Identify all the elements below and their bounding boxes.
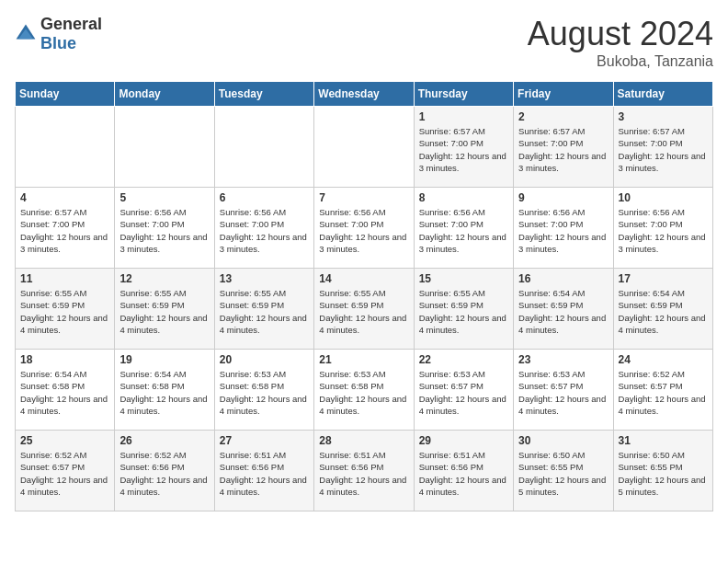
- day-number: 17: [619, 272, 708, 285]
- day-number: 19: [119, 353, 209, 366]
- cell-text: Sunrise: 6:51 AMSunset: 6:56 PMDaylight:…: [220, 450, 307, 497]
- day-number: 12: [119, 272, 209, 285]
- calendar-cell: 23 Sunrise: 6:53 AMSunset: 6:57 PMDaylig…: [514, 350, 613, 431]
- day-number: 27: [220, 434, 309, 447]
- calendar-cell: 1 Sunrise: 6:57 AMSunset: 7:00 PMDayligh…: [414, 107, 513, 188]
- cell-text: Sunrise: 6:54 AMSunset: 6:59 PMDaylight:…: [619, 288, 706, 335]
- cell-text: Sunrise: 6:52 AMSunset: 6:57 PMDaylight:…: [20, 450, 108, 497]
- calendar-cell: 18 Sunrise: 6:54 AMSunset: 6:58 PMDaylig…: [16, 350, 115, 431]
- day-number: 28: [319, 434, 408, 447]
- day-number: 13: [220, 272, 309, 285]
- cell-text: Sunrise: 6:53 AMSunset: 6:58 PMDaylight:…: [319, 369, 406, 416]
- cell-text: Sunrise: 6:56 AMSunset: 7:00 PMDaylight:…: [220, 207, 307, 254]
- calendar-header-row: SundayMondayTuesdayWednesdayThursdayFrid…: [16, 82, 713, 107]
- calendar-cell: 13 Sunrise: 6:55 AMSunset: 6:59 PMDaylig…: [214, 269, 313, 350]
- logo-icon: [15, 23, 37, 45]
- calendar-cell: 22 Sunrise: 6:53 AMSunset: 6:57 PMDaylig…: [414, 350, 513, 431]
- cell-text: Sunrise: 6:50 AMSunset: 6:55 PMDaylight:…: [619, 450, 706, 497]
- day-number: 1: [419, 110, 508, 123]
- cell-text: Sunrise: 6:51 AMSunset: 6:56 PMDaylight:…: [419, 450, 506, 497]
- cell-text: Sunrise: 6:56 AMSunset: 7:00 PMDaylight:…: [419, 207, 506, 254]
- header-monday: Monday: [115, 82, 214, 107]
- calendar-cell: 25 Sunrise: 6:52 AMSunset: 6:57 PMDaylig…: [16, 431, 115, 511]
- calendar-cell: 31 Sunrise: 6:50 AMSunset: 6:55 PMDaylig…: [613, 431, 712, 511]
- cell-text: Sunrise: 6:57 AMSunset: 7:00 PMDaylight:…: [419, 126, 506, 173]
- cell-text: Sunrise: 6:53 AMSunset: 6:57 PMDaylight:…: [419, 369, 506, 416]
- day-number: 18: [20, 353, 109, 366]
- cell-text: Sunrise: 6:51 AMSunset: 6:56 PMDaylight:…: [319, 450, 406, 497]
- header-tuesday: Tuesday: [214, 82, 313, 107]
- calendar-cell: 21 Sunrise: 6:53 AMSunset: 6:58 PMDaylig…: [314, 350, 414, 431]
- subtitle: Bukoba, Tanzania: [528, 53, 713, 70]
- day-number: 30: [518, 434, 608, 447]
- cell-text: Sunrise: 6:53 AMSunset: 6:57 PMDaylight:…: [518, 369, 606, 416]
- calendar-cell: 2 Sunrise: 6:57 AMSunset: 7:00 PMDayligh…: [514, 107, 613, 188]
- calendar-cell: 20 Sunrise: 6:53 AMSunset: 6:58 PMDaylig…: [214, 350, 313, 431]
- logo-text: General Blue: [40, 15, 102, 53]
- day-number: 10: [619, 191, 708, 204]
- day-number: 16: [518, 272, 608, 285]
- calendar-cell: 6 Sunrise: 6:56 AMSunset: 7:00 PMDayligh…: [214, 188, 313, 269]
- calendar-cell: 10 Sunrise: 6:56 AMSunset: 7:00 PMDaylig…: [613, 188, 712, 269]
- cell-text: Sunrise: 6:57 AMSunset: 7:00 PMDaylight:…: [619, 126, 706, 173]
- calendar-cell: 16 Sunrise: 6:54 AMSunset: 6:59 PMDaylig…: [514, 269, 613, 350]
- calendar-cell: 29 Sunrise: 6:51 AMSunset: 6:56 PMDaylig…: [414, 431, 513, 511]
- cell-text: Sunrise: 6:52 AMSunset: 6:57 PMDaylight:…: [619, 369, 706, 416]
- cell-text: Sunrise: 6:56 AMSunset: 7:00 PMDaylight:…: [119, 207, 207, 254]
- calendar-cell: 27 Sunrise: 6:51 AMSunset: 6:56 PMDaylig…: [214, 431, 313, 511]
- calendar-cell: 30 Sunrise: 6:50 AMSunset: 6:55 PMDaylig…: [514, 431, 613, 511]
- day-number: 29: [419, 434, 508, 447]
- week-row-3: 11 Sunrise: 6:55 AMSunset: 6:59 PMDaylig…: [16, 269, 713, 350]
- cell-text: Sunrise: 6:55 AMSunset: 6:59 PMDaylight:…: [119, 288, 207, 335]
- cell-text: Sunrise: 6:55 AMSunset: 6:59 PMDaylight:…: [220, 288, 307, 335]
- day-number: 23: [518, 353, 608, 366]
- day-number: 7: [319, 191, 408, 204]
- day-number: 5: [119, 191, 209, 204]
- week-row-2: 4 Sunrise: 6:57 AMSunset: 7:00 PMDayligh…: [16, 188, 713, 269]
- title-block: August 2024 Bukoba, Tanzania: [528, 15, 713, 70]
- header-wednesday: Wednesday: [314, 82, 414, 107]
- day-number: 21: [319, 353, 408, 366]
- calendar-cell: 11 Sunrise: 6:55 AMSunset: 6:59 PMDaylig…: [16, 269, 115, 350]
- logo-blue: Blue: [40, 34, 76, 52]
- cell-text: Sunrise: 6:55 AMSunset: 6:59 PMDaylight:…: [319, 288, 406, 335]
- day-number: 11: [20, 272, 109, 285]
- calendar-cell: 26 Sunrise: 6:52 AMSunset: 6:56 PMDaylig…: [115, 431, 214, 511]
- calendar-cell: 14 Sunrise: 6:55 AMSunset: 6:59 PMDaylig…: [314, 269, 414, 350]
- week-row-1: 1 Sunrise: 6:57 AMSunset: 7:00 PMDayligh…: [16, 107, 713, 188]
- day-number: 14: [319, 272, 408, 285]
- calendar-cell: 19 Sunrise: 6:54 AMSunset: 6:58 PMDaylig…: [115, 350, 214, 431]
- week-row-4: 18 Sunrise: 6:54 AMSunset: 6:58 PMDaylig…: [16, 350, 713, 431]
- header-friday: Friday: [514, 82, 613, 107]
- calendar-cell: [214, 107, 313, 188]
- calendar-cell: 15 Sunrise: 6:55 AMSunset: 6:59 PMDaylig…: [414, 269, 513, 350]
- day-number: 15: [419, 272, 508, 285]
- cell-text: Sunrise: 6:54 AMSunset: 6:59 PMDaylight:…: [518, 288, 606, 335]
- header-sunday: Sunday: [16, 82, 115, 107]
- cell-text: Sunrise: 6:56 AMSunset: 7:00 PMDaylight:…: [319, 207, 406, 254]
- week-row-5: 25 Sunrise: 6:52 AMSunset: 6:57 PMDaylig…: [16, 431, 713, 511]
- cell-text: Sunrise: 6:55 AMSunset: 6:59 PMDaylight:…: [20, 288, 108, 335]
- day-number: 2: [518, 110, 608, 123]
- calendar-cell: 12 Sunrise: 6:55 AMSunset: 6:59 PMDaylig…: [115, 269, 214, 350]
- calendar-cell: 3 Sunrise: 6:57 AMSunset: 7:00 PMDayligh…: [613, 107, 712, 188]
- day-number: 26: [119, 434, 209, 447]
- calendar-cell: [16, 107, 115, 188]
- day-number: 20: [220, 353, 309, 366]
- day-number: 25: [20, 434, 109, 447]
- cell-text: Sunrise: 6:50 AMSunset: 6:55 PMDaylight:…: [518, 450, 606, 497]
- calendar-cell: 9 Sunrise: 6:56 AMSunset: 7:00 PMDayligh…: [514, 188, 613, 269]
- day-number: 4: [20, 191, 109, 204]
- header-thursday: Thursday: [414, 82, 513, 107]
- cell-text: Sunrise: 6:55 AMSunset: 6:59 PMDaylight:…: [419, 288, 506, 335]
- calendar-cell: 5 Sunrise: 6:56 AMSunset: 7:00 PMDayligh…: [115, 188, 214, 269]
- day-number: 8: [419, 191, 508, 204]
- cell-text: Sunrise: 6:56 AMSunset: 7:00 PMDaylight:…: [518, 207, 606, 254]
- day-number: 31: [619, 434, 708, 447]
- cell-text: Sunrise: 6:54 AMSunset: 6:58 PMDaylight:…: [20, 369, 108, 416]
- cell-text: Sunrise: 6:54 AMSunset: 6:58 PMDaylight:…: [119, 369, 207, 416]
- header-saturday: Saturday: [613, 82, 712, 107]
- calendar-cell: 24 Sunrise: 6:52 AMSunset: 6:57 PMDaylig…: [613, 350, 712, 431]
- calendar-cell: 7 Sunrise: 6:56 AMSunset: 7:00 PMDayligh…: [314, 188, 414, 269]
- calendar-cell: 4 Sunrise: 6:57 AMSunset: 7:00 PMDayligh…: [16, 188, 115, 269]
